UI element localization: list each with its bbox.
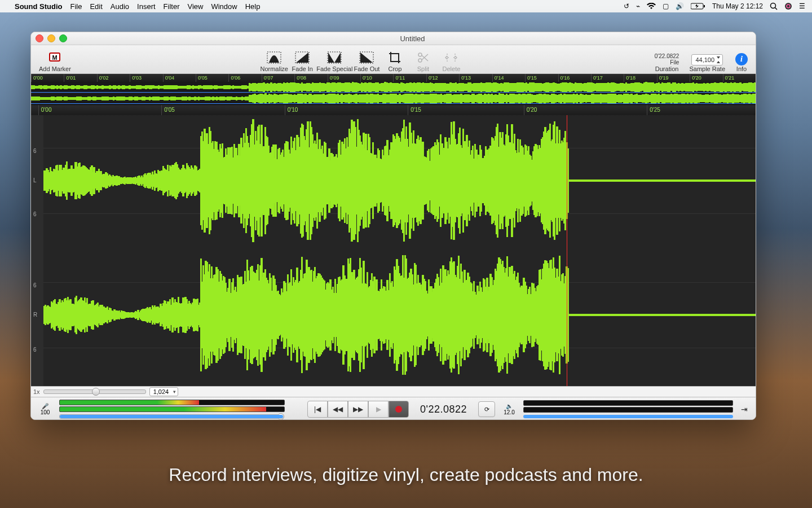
delete-icon (443, 50, 460, 65)
output-meter-left (523, 400, 733, 406)
fade-out-button[interactable]: Fade Out (352, 46, 381, 72)
input-meter-right (59, 406, 285, 412)
zoom-bar: 1x 1,024 (31, 386, 756, 397)
go-to-start-button[interactable]: |◀ (307, 401, 328, 418)
output-expand-icon[interactable]: ⇥ (739, 405, 750, 414)
airplay-icon[interactable]: ▢ (663, 2, 669, 10)
overview-tick: 0'05 (196, 74, 228, 82)
db-mark: 6 (33, 148, 37, 154)
fade-out-icon (358, 50, 375, 65)
window-minimize-button[interactable] (47, 34, 55, 42)
menubar-datetime[interactable]: Thu May 2 12:12 (712, 2, 763, 10)
info-button[interactable]: i (735, 53, 748, 65)
microphone-icon: 🎤 (42, 403, 48, 409)
menubar-audio[interactable]: Audio (111, 2, 129, 11)
overview-tick: 0'08 (294, 74, 327, 82)
battery-icon[interactable] (691, 3, 705, 10)
window-close-button[interactable] (36, 34, 43, 42)
crop-button[interactable]: Crop (381, 46, 409, 72)
overview-tick: 0'11 (393, 74, 426, 82)
wifi-icon[interactable] (647, 3, 656, 10)
ruler-tick: 0'10 (285, 105, 298, 115)
timemachine-icon[interactable]: ↺ (624, 2, 629, 10)
overview-tick: 0'17 (591, 74, 624, 82)
delete-button[interactable]: Delete (437, 46, 465, 72)
ruler-tick: 0'00 (38, 105, 52, 115)
waveform-channel-right (43, 249, 756, 380)
split-button[interactable]: Split (409, 46, 437, 72)
add-marker-label: Add Marker (39, 65, 71, 72)
svg-line-3 (775, 8, 778, 10)
overview-tick: 0'12 (426, 74, 459, 82)
crop-icon (386, 50, 403, 65)
waveform-area[interactable]: 6 L 6 6 R 6 (31, 115, 756, 386)
normalize-button[interactable]: Normalize (260, 46, 288, 72)
svg-rect-1 (704, 5, 705, 7)
overview-tick: 0'07 (262, 74, 294, 82)
menu-extras-icon[interactable]: ☰ (799, 2, 805, 10)
overview-track-left (31, 82, 756, 93)
fade-in-button[interactable]: Fade In (288, 46, 316, 72)
normalize-label: Normalize (260, 65, 288, 72)
play-button[interactable]: ▶ (368, 401, 389, 418)
menubar-app-name[interactable]: Sound Studio (15, 2, 62, 11)
record-button[interactable] (389, 401, 409, 418)
split-icon (414, 50, 431, 65)
transport-controls: |◀ ◀◀ ▶▶ ▶ (307, 401, 409, 418)
fade-in-icon (294, 50, 311, 65)
db-mark: 6 (33, 211, 37, 217)
menubar-filter[interactable]: Filter (164, 2, 180, 11)
add-marker-button[interactable]: M Add Marker (39, 46, 71, 72)
promo-caption: Record interviews, digitize vinyl, creat… (0, 465, 812, 485)
input-gain-slider[interactable] (59, 414, 284, 419)
search-icon[interactable] (770, 2, 778, 10)
output-meters (523, 400, 733, 418)
normalize-icon (266, 50, 283, 65)
siri-icon[interactable] (784, 2, 792, 10)
overview-tick: 0'19 (657, 74, 690, 82)
menubar-help[interactable]: Help (245, 2, 261, 11)
svg-text:M: M (52, 54, 58, 61)
time-ruler[interactable]: 0'000'050'100'150'200'25 (31, 105, 756, 115)
menubar-window[interactable]: Window (211, 2, 237, 11)
menubar-insert[interactable]: Insert (137, 2, 156, 11)
overview-tick: 0'03 (130, 74, 162, 82)
overview-tick: 0'21 (723, 74, 756, 82)
svg-point-13 (418, 53, 422, 56)
crop-label: Crop (389, 65, 402, 72)
split-label: Split (417, 65, 429, 72)
zoom-samples-dropdown[interactable]: 1,024 (149, 387, 179, 396)
forward-button[interactable]: ▶▶ (348, 401, 368, 418)
output-gain-slider[interactable] (523, 415, 733, 418)
mac-menubar: Sound Studio File Edit Audio Insert Filt… (0, 0, 812, 12)
speaker-icon: 🔈 (506, 403, 513, 409)
ruler-tick: 0'20 (524, 105, 537, 115)
window-titlebar[interactable]: Untitled (31, 32, 756, 45)
sample-rate-dropdown[interactable]: 44,100 (691, 54, 723, 65)
app-window: Untitled M Add Marker Normalize Fade In … (30, 32, 756, 420)
overview-tick: 0'14 (492, 74, 525, 82)
overview-ruler[interactable]: 0'000'010'020'030'040'050'060'070'080'09… (31, 74, 756, 82)
window-title: Untitled (400, 34, 425, 43)
volume-icon[interactable]: 🔊 (676, 2, 684, 10)
rewind-button[interactable]: ◀◀ (328, 401, 348, 418)
loop-button[interactable]: ⟳ (478, 401, 495, 417)
waveform-tracks[interactable] (43, 115, 756, 386)
zoom-slider[interactable] (43, 389, 146, 394)
sample-rate-label: Sample Rate (689, 65, 725, 72)
menubar-file[interactable]: File (70, 2, 82, 11)
svg-point-2 (771, 3, 776, 8)
fade-special-icon (326, 50, 343, 65)
overview-panel[interactable] (31, 82, 756, 105)
playhead[interactable] (567, 115, 567, 386)
transport-bar: 🎤 100 |◀ ◀◀ ▶▶ ▶ 0'22.0822 ⟳ 🔈 12.0 ⇥ (31, 397, 756, 420)
window-zoom-button[interactable] (59, 34, 67, 42)
svg-point-12 (418, 59, 422, 62)
overview-track-right (31, 93, 756, 104)
menubar-edit[interactable]: Edit (90, 2, 102, 11)
ruler-tick: 0'25 (647, 105, 660, 115)
output-level-area: 🔈 12.0 (501, 403, 518, 415)
fade-special-button[interactable]: Fade Special (316, 46, 352, 72)
menubar-view[interactable]: View (188, 2, 204, 11)
bluetooth-icon[interactable]: ⌁ (636, 2, 640, 10)
